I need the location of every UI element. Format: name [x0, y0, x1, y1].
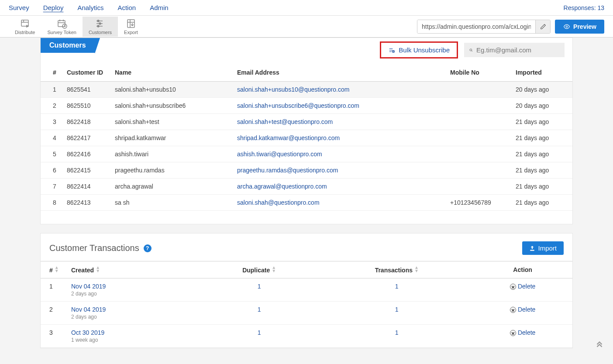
customer-search[interactable]: [464, 43, 565, 57]
nav-admin[interactable]: Admin: [150, 0, 169, 15]
nav-analytics[interactable]: Analytics: [77, 0, 103, 15]
survey-token-icon: [56, 18, 68, 29]
nav-action[interactable]: Action: [117, 0, 136, 15]
unsubscribe-icon: [388, 47, 395, 53]
table-row[interactable]: 88622413sa shsaloni.shah@questionpro.com…: [41, 195, 572, 211]
transaction-count[interactable]: 1: [320, 325, 473, 348]
email-link[interactable]: saloni.shah+test@questionpro.com: [237, 118, 333, 125]
sort-icon: ▲▼: [55, 266, 59, 273]
delete-link[interactable]: Delete: [518, 329, 535, 336]
preview-label: Preview: [573, 23, 596, 30]
duplicate-count[interactable]: 1: [198, 278, 320, 302]
col-name: Name: [110, 64, 233, 82]
table-row: 1Nov 04 20192 days ago11Delete: [41, 278, 572, 302]
distribute-icon: [19, 18, 31, 29]
edit-url-button[interactable]: [535, 20, 550, 33]
sort-icon: ▲▼: [272, 266, 276, 273]
scroll-to-top-button[interactable]: [595, 340, 604, 351]
col-created[interactable]: Created▲▼: [67, 261, 198, 278]
url-input-group: [417, 20, 551, 34]
export-icon: [125, 18, 137, 29]
svg-point-9: [470, 49, 472, 51]
responses-count[interactable]: Responses: 13: [564, 4, 604, 11]
table-row[interactable]: 78622414archa.agrawalarcha.agrawal@quest…: [41, 179, 572, 195]
customer-search-input[interactable]: [476, 46, 559, 54]
table-row[interactable]: 68622415prageethu.ramdasprageethu.ramdas…: [41, 162, 572, 179]
subnav-distribute[interactable]: Distribute: [9, 17, 41, 37]
table-row[interactable]: 48622417shripad.katkamwarshripad.katkamw…: [41, 130, 572, 146]
search-icon: [469, 47, 473, 54]
transaction-date-link[interactable]: Nov 04 2019: [71, 283, 193, 290]
transaction-count[interactable]: 1: [320, 278, 473, 302]
col-duplicate[interactable]: Duplicate▲▼: [198, 261, 320, 278]
email-link[interactable]: saloni.shah+unsubscribe6@questionpro.com: [237, 102, 359, 109]
sort-icon: ▲▼: [414, 266, 419, 273]
close-icon: [510, 330, 516, 336]
email-link[interactable]: ashish.tiwari@questionpro.com: [237, 151, 322, 158]
svg-rect-6: [127, 20, 134, 27]
email-link[interactable]: saloni.shah@questionpro.com: [237, 199, 320, 206]
close-icon: [510, 284, 516, 290]
table-row[interactable]: 38622418saloni.shah+testsaloni.shah+test…: [41, 114, 572, 130]
help-icon[interactable]: ?: [144, 244, 152, 252]
subnav-export[interactable]: Export: [118, 17, 144, 37]
col--: #: [41, 64, 62, 82]
transaction-date-link[interactable]: Oct 30 2019: [71, 329, 193, 336]
svg-rect-1: [58, 21, 65, 27]
top-nav: SurveyDeployAnalyticsActionAdmin: [9, 0, 169, 15]
import-button[interactable]: Import: [522, 241, 564, 255]
sub-nav: DistributeSurvey TokenCustomersExport: [9, 17, 144, 37]
col-transactions[interactable]: Transactions▲▼: [320, 261, 473, 278]
duplicate-count[interactable]: 1: [198, 325, 320, 348]
svg-point-5: [97, 25, 99, 27]
preview-button[interactable]: Preview: [555, 20, 604, 34]
svg-point-4: [99, 23, 101, 24]
email-link[interactable]: archa.agrawal@questionpro.com: [237, 183, 327, 190]
nav-survey[interactable]: Survey: [9, 0, 29, 15]
table-row[interactable]: 18625541saloni.shah+unsubs10saloni.shah+…: [41, 82, 572, 98]
import-label: Import: [538, 244, 557, 252]
bulk-unsubscribe-label: Bulk Unsubscribe: [399, 46, 450, 54]
col-email-address: Email Address: [233, 64, 446, 82]
email-link[interactable]: saloni.shah+unsubs10@questionpro.com: [237, 86, 349, 93]
email-link[interactable]: shripad.katkamwar@questionpro.com: [237, 134, 340, 141]
table-row[interactable]: 28625510saloni.shah+unsubscribe6saloni.s…: [41, 98, 572, 114]
email-link[interactable]: prageethu.ramdas@questionpro.com: [237, 167, 338, 174]
col-mobile-no: Mobile No: [446, 64, 511, 82]
close-icon: [510, 307, 516, 313]
col-imported: Imported: [511, 64, 572, 82]
transaction-date-link[interactable]: Nov 04 2019: [71, 306, 193, 313]
table-row[interactable]: 58622416ashish.tiwariashish.tiwari@quest…: [41, 146, 572, 162]
sort-icon: ▲▼: [96, 266, 100, 273]
transactions-table: #▲▼Created▲▼Duplicate▲▼Transactions▲▼Act…: [41, 261, 572, 348]
subnav-survey-token[interactable]: Survey Token: [41, 17, 82, 37]
upload-icon: [529, 245, 535, 251]
col-action: Action: [473, 261, 572, 278]
col--[interactable]: #▲▼: [41, 261, 67, 278]
delete-link[interactable]: Delete: [518, 283, 535, 290]
svg-point-3: [97, 20, 99, 22]
url-input[interactable]: [417, 20, 535, 33]
svg-rect-0: [21, 20, 28, 26]
transaction-count[interactable]: 1: [320, 302, 473, 325]
transactions-title: Customer Transactions ?: [49, 243, 152, 253]
table-row: 2Nov 04 20192 days ago11Delete: [41, 302, 572, 325]
duplicate-count[interactable]: 1: [198, 302, 320, 325]
customers-tab: Customers: [41, 38, 95, 53]
pencil-icon: [540, 24, 546, 30]
nav-deploy[interactable]: Deploy: [43, 0, 64, 15]
subnav-customers[interactable]: Customers: [83, 17, 118, 37]
eye-icon: [563, 24, 571, 30]
customers-icon: [94, 18, 107, 29]
delete-link[interactable]: Delete: [518, 306, 535, 313]
customers-table: #Customer IDNameEmail AddressMobile NoIm…: [41, 64, 572, 211]
svg-point-7: [566, 26, 568, 27]
table-row: 3Oct 30 20191 week ago11Delete: [41, 325, 572, 348]
bulk-unsubscribe-button[interactable]: Bulk Unsubscribe: [380, 41, 458, 58]
chevron-double-up-icon: [595, 340, 604, 350]
col-customer-id: Customer ID: [62, 64, 110, 82]
